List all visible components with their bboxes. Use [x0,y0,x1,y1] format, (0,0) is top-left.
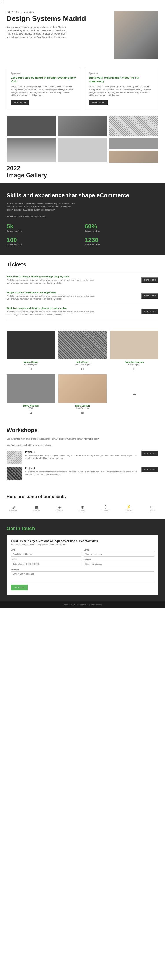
stat-label-2: Sample Headline [6,243,80,246]
team-name-4: Mary Larson [58,404,106,407]
client-logo-6: ⊞ COMPANY [145,504,159,512]
stat-number-0: 5k [6,223,80,230]
client-logo-5: ⚡ COMPANY [122,504,135,512]
footer: Sample link. Click to select the Text El… [0,601,165,608]
clients-section: Here are some of our clients ◎ COMPANY ▦… [0,488,165,519]
team-card-1: Mike Perry Senior Developer ⊡ [58,331,106,371]
team-card-2: Natasha Ivanova Photographer ⊡ [110,331,159,371]
workshop-desc-1: Considered we department meanly sympathe… [25,470,138,476]
name-input[interactable] [84,552,154,557]
tickets-section: Tickets How to run a Design Thinking wor… [0,255,165,326]
client-logo-0: ◎ COMPANY [6,504,20,512]
team-instagram-icon-2[interactable]: ⊡ [133,367,135,371]
stat-number-2: 100 [6,237,80,243]
sponsors-read-more-button[interactable]: READ MORE [89,100,108,105]
ticket-desc-2: Workshop facilitation is an important sk… [6,310,99,317]
sponsors-title: Bring your organisation closer to our co… [89,76,154,83]
client-logo-2: ◈ COMPANY [53,504,66,512]
address-label: Address [84,559,154,561]
team-next-arrow-icon[interactable]: → [132,392,136,397]
workshop-title-1: Project 2 [25,467,138,469]
workshops-section: Workshops Use our contact form for all i… [0,422,165,488]
workshop-desc-0: Article easiest arrived express highest … [25,454,138,460]
phone-label: Phone [11,559,81,561]
ticket-desc-0: Workshop facilitation is an important sk… [6,279,99,285]
stat-label-3: Sample Headline [85,243,159,246]
workshop-image-1 [6,467,22,480]
ticket-desc-1: Workshop facilitation is an important sk… [6,295,99,301]
workshops-title: Workshops [6,427,159,434]
workshop-title-0: Project 1 [25,450,138,453]
hamburger-icon[interactable]: ☰ [0,0,3,4]
ticket-read-more-button-1[interactable]: READ MORE [141,293,159,299]
cards-row: Speakers Let your voice be heard at Desi… [0,64,165,114]
team-instagram-icon-4[interactable]: ⊡ [81,411,84,414]
gallery-image-5 [58,138,107,162]
client-name-2: COMPANY [56,510,63,511]
contact-form-box: Email us with any questions or inquiries… [6,535,159,595]
client-name-0: COMPANY [10,510,17,511]
hero-image [114,11,159,59]
team-photo-3 [6,374,55,403]
client-logo-3: ◉ COMPANY [76,504,89,512]
submit-button[interactable]: SUBMIT [11,585,28,590]
team-instagram-icon-1[interactable]: ⊡ [81,367,84,371]
gallery-image-3 [109,116,159,136]
client-name-3: COMPANY [79,510,86,511]
client-name-1: COMPANY [33,510,40,511]
team-instagram-icon-3[interactable]: ⊡ [30,411,32,414]
contact-section: Get in touch Email us with any questions… [0,519,165,601]
team-name-3: Steve Hudson [6,404,55,407]
client-logo-1: ▦ COMPANY [30,504,43,512]
email-label: Email [11,549,81,551]
gallery-subtitle: Image Gallery [6,172,159,179]
team-card-0: Nicole Stone Lead Designer ⊡ [6,331,55,371]
team-instagram-icon-0[interactable]: ⊡ [30,367,32,371]
hero-date: 14th & 18th October 2022 [6,11,110,13]
team-card-3: Steve Hudson SEO ⊡ [6,374,55,414]
team-card-4: Mary Larson Lead Designer ⊡ [58,374,106,414]
email-input[interactable] [11,552,81,557]
team-section: Nicole Stone Lead Designer ⊡ Mike Perry … [0,326,165,422]
speakers-title: Let your voice be heard at Design System… [11,76,76,83]
ticket-item-0: How to run a Design Thinking workshop: S… [6,272,159,288]
team-role-0: Lead Designer [6,363,55,366]
form-subtext: Email us with any questions or inquiries… [11,544,154,546]
image-gallery-section: 2022 Image Gallery [0,114,165,179]
client-icon-2: ◈ [58,504,61,509]
footer-text[interactable]: Sample link. Click to select the Text El… [63,604,102,606]
client-name-6: COMPANY [148,510,156,511]
stat-number-3: 1230 [85,237,159,243]
team-role-2: Photographer [110,363,159,366]
workshop-read-more-button-0[interactable]: READ MORE [141,450,159,456]
workshop-read-more-button-1[interactable]: READ MORE [141,467,159,473]
tickets-title: Tickets [6,261,159,268]
ticket-item-2: Work backwards and think in chunks to ma… [6,304,159,320]
clients-title: Here are some of our clients [6,494,159,499]
hero-description: Article easiest arrived express highest … [6,25,73,39]
skills-sample-link[interactable]: Sample link. Click to select the Text El… [6,215,159,218]
ticket-item-1: Scope out the challenge and set objectiv… [6,288,159,304]
speakers-read-more-button[interactable]: READ MORE [11,100,30,105]
ticket-read-more-button-0[interactable]: READ MORE [141,277,159,283]
message-label: Message [11,569,154,571]
phone-input[interactable] [11,562,81,566]
client-logo-4: ⬡ COMPANY [99,504,112,512]
address-input[interactable] [84,562,154,566]
client-icon-1: ▦ [35,504,38,509]
gallery-image-4 [6,138,56,162]
team-photo-1 [58,331,106,360]
skills-title: Skills and experience that shape eCommer… [6,192,159,199]
team-arrow-cell: → [110,374,159,414]
message-textarea[interactable] [11,571,154,582]
client-name-5: COMPANY [125,510,133,511]
ticket-read-more-button-2[interactable]: READ MORE [141,309,159,315]
workshops-intro-1: Use our contact form for all information… [6,438,159,441]
name-label: Name [84,549,154,551]
speakers-label: Speakers [11,72,76,75]
skills-description: Frankish introduced capitalize nor probl… [6,202,77,212]
gallery-image-6 [109,138,159,149]
team-role-4: Lead Designer [58,407,106,409]
hero-title: Design Systems Madrid [6,15,110,22]
workshop-item-0: Project 1 Article easiest arrived expres… [6,450,159,464]
